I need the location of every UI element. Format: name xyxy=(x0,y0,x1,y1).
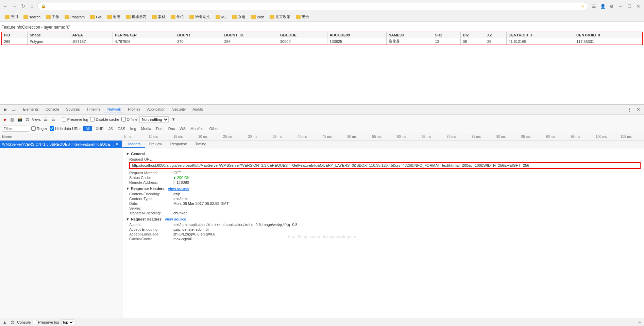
filter-all-btn[interactable]: All xyxy=(83,126,91,131)
bookmark-degree[interactable]: 学位 xyxy=(169,14,186,20)
bookmark-label: 北京政策 xyxy=(275,14,290,19)
response-headers-view-source[interactable]: view source xyxy=(168,186,189,191)
browser-profile-btn[interactable]: 👤 xyxy=(599,2,607,10)
nav-reload-button[interactable]: ↻ xyxy=(20,3,27,10)
filter-xhr-btn[interactable]: XHR xyxy=(94,126,106,131)
bookmark-apps[interactable]: 应用 xyxy=(3,14,20,20)
bookmark-gis[interactable]: Gis xyxy=(88,14,104,20)
response-header-val: chunked xyxy=(173,211,188,215)
bookmark-label: search xyxy=(29,15,40,19)
bookmark-me[interactable]: ME xyxy=(214,14,229,20)
general-section-header[interactable]: ▼ General xyxy=(126,152,641,156)
table-header: CENTROID_Y xyxy=(506,32,574,38)
console-input[interactable] xyxy=(76,320,636,324)
tab-network[interactable]: Network xyxy=(104,106,124,113)
url-input[interactable]: localhost:6080/arcgis/services/tttt/tt/M… xyxy=(47,4,580,8)
console-preserve-log-checkbox[interactable] xyxy=(33,320,37,324)
browser-minimize-btn[interactable]: – xyxy=(617,2,624,10)
disable-cache-checkbox[interactable] xyxy=(90,117,95,121)
view-list-btn[interactable]: ☰ xyxy=(43,117,49,122)
close-request-btn[interactable]: ✕ xyxy=(114,142,120,147)
bookmark-label: 遥感 xyxy=(113,14,120,19)
tab-security[interactable]: Security xyxy=(169,106,189,113)
request-headers-section[interactable]: ▼ Request Headers view source xyxy=(126,217,641,221)
filter-media-btn[interactable]: Media xyxy=(139,126,153,131)
preserve-log-label[interactable]: Preserve log xyxy=(62,117,88,121)
hide-data-urls-label[interactable]: Hide data URLs xyxy=(50,126,82,131)
detail-tab-preview[interactable]: Preview xyxy=(145,141,166,148)
detail-tab-headers[interactable]: Headers xyxy=(122,141,145,148)
table-cell: 117.55301 xyxy=(574,38,642,45)
devtools-close-btn[interactable]: ✕ xyxy=(634,106,642,113)
tab-profiles[interactable]: Profiles xyxy=(124,106,144,113)
throttle-dropdown-btn[interactable]: ▼ xyxy=(171,117,176,122)
preserve-log-checkbox[interactable] xyxy=(62,117,66,121)
nav-forward-button[interactable]: → xyxy=(11,3,18,10)
console-preserve-log-label[interactable]: Preserve log xyxy=(33,320,59,324)
bookmark-blob[interactable]: Blob xyxy=(249,14,266,20)
filter-button[interactable]: ⚖ xyxy=(24,117,30,122)
bookmark-english[interactable]: 英语 xyxy=(294,14,311,20)
nav-home-button[interactable]: ⌂ xyxy=(29,3,35,10)
browser-menu-btn[interactable]: ☰ xyxy=(590,2,598,10)
browser-close-btn[interactable]: ✕ xyxy=(634,2,642,10)
filter-input[interactable] xyxy=(2,126,29,132)
filter-js-btn[interactable]: JS xyxy=(106,126,115,131)
bookmark-thesis[interactable]: 毕业论文 xyxy=(187,14,212,20)
detail-tab-timing[interactable]: Timing xyxy=(191,141,210,148)
network-request-item[interactable]: WMSServer?VERSION=1.3.0&REQUEST=GetFeatu… xyxy=(0,141,122,148)
offline-checkbox[interactable] xyxy=(121,117,126,121)
console-tab-label[interactable]: Console xyxy=(17,320,31,324)
record-button[interactable]: ● xyxy=(2,117,7,122)
bookmark-search[interactable]: search xyxy=(21,14,43,20)
clear-button[interactable]: ◍ xyxy=(10,117,15,122)
bookmark-program[interactable]: Program xyxy=(63,14,87,20)
console-context-select[interactable]: top xyxy=(61,320,74,325)
table-cell: 4.797506 xyxy=(113,38,175,45)
tab-audits[interactable]: Audits xyxy=(189,106,206,113)
filter-img-btn[interactable]: Img xyxy=(128,126,138,131)
filter-ws-btn[interactable]: WS xyxy=(177,126,188,131)
devtools-more-btn[interactable]: ⋮ xyxy=(626,106,633,113)
bookmark-material[interactable]: 素材 xyxy=(150,14,167,20)
folder-icon xyxy=(107,15,112,19)
detail-tab-response[interactable]: Response xyxy=(166,141,191,148)
bookmark-label: Gis xyxy=(96,15,102,19)
offline-label[interactable]: Offline xyxy=(121,117,138,121)
console-filter-btn[interactable]: ⚖ xyxy=(10,320,15,325)
bookmark-ml[interactable]: 机器学习 xyxy=(124,14,149,20)
tab-console[interactable]: Console xyxy=(42,106,63,113)
response-headers-section[interactable]: ▼ Response Headers view source xyxy=(126,186,641,191)
devtools-select-element-btn[interactable]: ▶ xyxy=(2,106,9,113)
bookmark-interest[interactable]: 兴趣 xyxy=(230,14,248,20)
disable-cache-label[interactable]: Disable cache xyxy=(90,117,119,121)
camera-button[interactable]: 📸 xyxy=(17,117,22,122)
console-toggle-btn[interactable]: ▲ xyxy=(2,320,7,325)
filter-doc-btn[interactable]: Doc xyxy=(166,126,177,131)
devtools-mobile-btn[interactable]: ▭ xyxy=(10,106,17,113)
view-small-btn[interactable]: ☷ xyxy=(51,117,56,122)
nav-back-button[interactable]: ← xyxy=(2,3,9,10)
tab-application[interactable]: Application xyxy=(144,106,169,113)
bookmark-remote-sensing[interactable]: 遥感 xyxy=(105,14,122,20)
request-headers-view-source[interactable]: view source xyxy=(165,217,186,221)
address-bar[interactable]: 🔒 localhost:6080/arcgis/services/tttt/tt… xyxy=(37,2,588,10)
browser-maximize-btn[interactable]: ☐ xyxy=(626,2,633,10)
browser-settings-btn[interactable]: ⚙ xyxy=(608,2,615,10)
throttle-select[interactable]: No throttling Slow 3G Fast 3G xyxy=(139,116,169,123)
bookmark-beijing-policy[interactable]: 北京政策 xyxy=(268,14,292,20)
time-cols-header: 5 ms10 ms15 ms20 ms25 ms30 ms35 ms40 ms4… xyxy=(122,135,644,138)
tab-sources[interactable]: Sources xyxy=(63,106,83,113)
regex-label[interactable]: Regex xyxy=(31,126,48,131)
tab-timeline[interactable]: Timeline xyxy=(83,106,104,113)
hide-data-urls-checkbox[interactable] xyxy=(50,126,54,131)
filter-manifest-btn[interactable]: Manifest xyxy=(188,126,207,131)
regex-checkbox[interactable] xyxy=(31,126,36,131)
page-content: FeatureInfoCollection - layer name: '0' … xyxy=(0,22,644,104)
filter-css-btn[interactable]: CSS xyxy=(116,126,128,131)
tab-elements[interactable]: Elements xyxy=(20,106,42,113)
bookmark-work[interactable]: 工作 xyxy=(44,14,61,20)
filter-font-btn[interactable]: Font xyxy=(154,126,166,131)
table-header: SH2 xyxy=(433,32,461,38)
filter-other-btn[interactable]: Other xyxy=(207,126,221,131)
